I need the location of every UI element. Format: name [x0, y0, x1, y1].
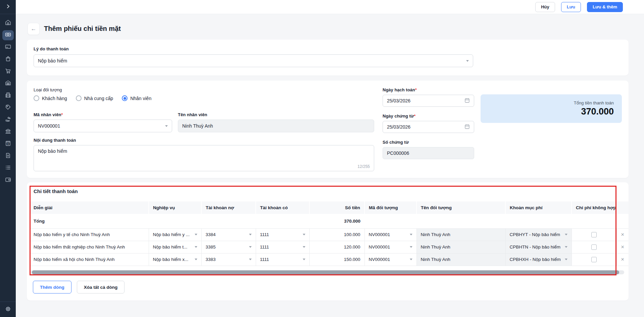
cancel-button[interactable]: Hủy	[535, 2, 555, 12]
gear-icon	[5, 306, 11, 314]
cell-operation-select[interactable]: Nộp bảo hiểm y ...	[149, 228, 201, 241]
cell-object-name: Ninh Thuỳ Anh	[416, 228, 505, 241]
cell-credit-select[interactable]: 1111	[256, 253, 309, 266]
cell-amount[interactable]: 120.000	[309, 241, 364, 253]
total-amount-label: Tổng tiền thanh toán	[574, 100, 614, 105]
posting-date-input[interactable]: 25/03/2026	[383, 95, 474, 107]
cell-expense-item: CPBHXH - Nộp bảo hiểm	[505, 253, 572, 266]
list-icon	[5, 164, 11, 172]
radio-supplier[interactable]: Nhà cung cấp	[76, 95, 113, 101]
building-icon	[5, 92, 11, 100]
chevron-down-icon	[249, 234, 252, 235]
payment-reason-select[interactable]: Nộp bảo hiểm	[34, 54, 473, 67]
add-row-button[interactable]: Thêm dòng	[33, 281, 71, 293]
cell-amount[interactable]: 150.000	[309, 253, 364, 266]
sidebar-item-list[interactable]	[2, 163, 14, 173]
sidebar-item-cash[interactable]	[2, 30, 14, 40]
sidebar-item-building[interactable]	[2, 91, 14, 101]
cash-icon	[5, 31, 11, 39]
wallet-icon	[5, 176, 11, 184]
calendar-icon[interactable]	[464, 124, 470, 130]
cell-invalid-expense	[572, 228, 616, 241]
sidebar-item-document[interactable]	[2, 151, 14, 161]
table-header-row: Diễn giải Nghiệp vụ Tài khoản nợ Tài kho…	[30, 201, 629, 214]
sidebar-expand-button[interactable]	[2, 2, 14, 12]
col-debit-account: Tài khoản nợ	[201, 201, 256, 214]
sidebar-item-settings[interactable]	[2, 305, 14, 315]
table-total-row: Tổng 370.000	[30, 214, 629, 228]
calendar-icon[interactable]	[464, 98, 470, 104]
cell-operation-select[interactable]: Nộp bảo hiểm t...	[149, 241, 201, 253]
sidebar-item-cash-book[interactable]: $	[2, 139, 14, 149]
delete-all-rows-button[interactable]: Xóa tất cả dòng	[77, 281, 125, 293]
cell-amount[interactable]: 100.000	[309, 228, 364, 241]
sidebar-item-tag[interactable]	[2, 103, 14, 113]
back-button[interactable]: ←	[28, 23, 40, 35]
cell-description[interactable]: Nộp bảo hiểm thất nghiệp cho Ninh Thuỳ A…	[30, 241, 149, 253]
employee-code-select[interactable]: NV000001	[34, 120, 172, 132]
col-object-code: Mã đối tượng	[364, 201, 416, 214]
cell-object-name: Ninh Thuỳ Anh	[416, 253, 505, 266]
total-amount-value: 370.000	[581, 106, 614, 117]
total-row-label: Tổng	[30, 214, 149, 228]
sidebar-item-home[interactable]	[2, 18, 14, 28]
radio-customer-label: Khách hàng	[42, 96, 67, 101]
cell-object-name: Ninh Thuỳ Anh	[416, 241, 505, 253]
table-row: Nộp bảo hiểm thất nghiệp cho Ninh Thuỳ A…	[30, 241, 629, 253]
table-row: Nộp bảo hiểm xã hội cho Ninh Thuỳ Anh Nộ…	[30, 253, 629, 266]
sidebar-item-warehouse[interactable]	[2, 79, 14, 89]
close-icon: ✕	[621, 244, 625, 250]
cell-debit-select[interactable]: 3383	[201, 253, 256, 266]
chevron-down-icon	[195, 246, 197, 248]
chevron-down-icon	[303, 259, 305, 260]
cell-credit-select[interactable]: 1111	[256, 228, 309, 241]
sidebar-item-shopping-bag[interactable]	[2, 54, 14, 64]
radio-customer[interactable]: Khách hàng	[34, 95, 67, 101]
voucher-form-card: Loại đối tượng Khách hàng Nhà cung cấp N…	[27, 81, 629, 178]
sidebar-item-shopping-cart[interactable]	[2, 66, 14, 77]
sidebar-item-wallet[interactable]	[2, 175, 14, 185]
invalid-expense-checkbox[interactable]	[591, 257, 597, 262]
chevron-down-icon	[565, 246, 567, 248]
radio-employee[interactable]: Nhân viên	[122, 95, 151, 101]
document-number-value: PC000006	[387, 150, 409, 156]
document-date-value: 25/03/2026	[387, 124, 410, 130]
payment-content-label: Nội dung thanh toán	[34, 138, 76, 143]
scrollbar-thumb[interactable]	[32, 270, 619, 274]
close-icon: ✕	[621, 232, 625, 237]
horizontal-scrollbar[interactable]	[30, 270, 624, 274]
hand-coins-icon	[5, 116, 11, 124]
cell-credit-select[interactable]: 1111	[256, 241, 309, 253]
sidebar-item-hand-coins[interactable]	[2, 115, 14, 125]
cell-object-code-select[interactable]: NV000001	[364, 253, 416, 266]
cell-debit-select[interactable]: 3385	[201, 241, 256, 253]
employee-name-field: Ninh Thuỳ Anh	[178, 120, 374, 132]
cell-object-code-select[interactable]: NV000001	[364, 228, 416, 241]
document-date-input[interactable]: 25/03/2026	[383, 121, 474, 133]
delete-row-button[interactable]: ✕	[616, 241, 629, 253]
chevron-down-icon	[195, 234, 197, 235]
cell-object-code-select[interactable]: NV000001	[364, 241, 416, 253]
sidebar-item-credit-card[interactable]	[2, 42, 14, 52]
radio-icon	[34, 95, 39, 101]
delete-row-button[interactable]: ✕	[616, 253, 629, 266]
col-description: Diễn giải	[30, 201, 149, 214]
required-asterisk: *	[61, 112, 63, 117]
invalid-expense-checkbox[interactable]	[591, 244, 597, 250]
cell-description[interactable]: Nộp bảo hiểm xã hội cho Ninh Thuỳ Anh	[30, 253, 149, 266]
payment-content-textarea[interactable]: Nộp bảo hiểm 12/255	[34, 145, 374, 171]
cell-debit-select[interactable]: 3384	[201, 228, 256, 241]
posting-date-label: Ngày hạch toán*	[383, 87, 417, 92]
save-and-add-button[interactable]: Lưu & thêm	[587, 2, 623, 12]
bank-icon	[5, 128, 11, 136]
invalid-expense-checkbox[interactable]	[591, 232, 597, 237]
chevron-down-icon	[466, 60, 469, 62]
delete-row-button[interactable]: ✕	[616, 228, 629, 241]
cell-description[interactable]: Nộp bảo hiểm y tế cho Ninh Thuỳ Anh	[30, 228, 149, 241]
chevron-right-icon	[6, 4, 10, 10]
payment-reason-card: Lý do thanh toán Nộp bảo hiểm	[27, 40, 629, 76]
cell-operation-select[interactable]: Nộp bảo hiểm x...	[149, 253, 201, 266]
col-expense-item: Khoản mục phí	[505, 201, 572, 214]
sidebar-item-bank[interactable]	[2, 127, 14, 137]
save-button[interactable]: Lưu	[561, 2, 581, 12]
